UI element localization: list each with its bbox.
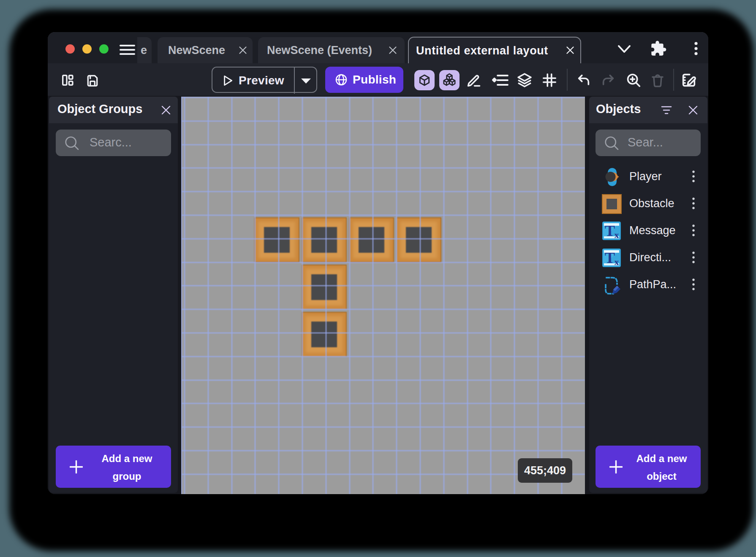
svg-text:x: x [615,230,619,240]
svg-text:T: T [605,222,615,239]
svg-text:x: x [615,257,619,267]
svg-text:T: T [605,249,615,266]
